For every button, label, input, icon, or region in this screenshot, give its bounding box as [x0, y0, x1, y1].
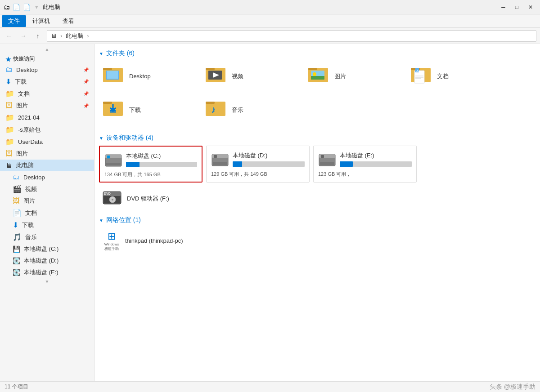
- svg-rect-38: [213, 162, 227, 165]
- sidebar-item-downloads-pc[interactable]: ⬇ 下载: [0, 219, 94, 231]
- sidebar-item-userdata[interactable]: 📁 UserData: [0, 136, 94, 148]
- svg-rect-22: [103, 102, 112, 104]
- folders-section-header[interactable]: ▼ 文件夹 (6): [99, 44, 536, 61]
- drive-e-info: 本地磁盘 (E:): [340, 151, 412, 167]
- drive-c-progress-fill: [126, 162, 140, 167]
- drive-d-size: 129 GB 可用，共 149 GB: [211, 171, 305, 178]
- sidebar-item-this-pc[interactable]: 🖥 此电脑: [0, 160, 94, 171]
- drive-d-disk-icon: [211, 150, 229, 168]
- folder-docs-icon: A: [411, 64, 432, 88]
- menu-item-computer[interactable]: 计算机: [26, 15, 56, 27]
- drive-item-d[interactable]: 本地磁盘 (D:) 129 GB 可用，共 149 GB: [206, 146, 310, 183]
- drive-e-name: 本地磁盘 (E:): [340, 151, 412, 160]
- folder-userdata-icon-sidebar: 📁: [5, 138, 14, 146]
- sidebar-item-label-desktop-pc: Desktop: [23, 174, 45, 181]
- svg-rect-43: [321, 155, 324, 158]
- pin-icon4: 📌: [83, 103, 89, 108]
- drive-item-e[interactable]: 本地磁盘 (E:) 123 GB 可用，: [313, 146, 417, 183]
- title-bar-icon2: 📄: [13, 4, 20, 11]
- svg-rect-35: [109, 157, 110, 159]
- folder-item-music[interactable]: ♪ 音乐: [202, 95, 301, 125]
- close-button[interactable]: ✕: [525, 3, 536, 11]
- sidebar-item-original[interactable]: 📁 -s原始包: [0, 124, 94, 136]
- sidebar-item-desktop-pc[interactable]: 🗂 Desktop: [0, 171, 94, 183]
- this-pc-icon-sidebar: 🖥: [5, 161, 13, 169]
- network-icon-wrapper: ⊞ Windows极速手助: [103, 231, 121, 251]
- folder-item-desktop[interactable]: Desktop: [99, 61, 198, 91]
- sidebar-item-docs-qa[interactable]: 📁 文档 📌: [0, 88, 94, 100]
- svg-rect-32: [107, 156, 108, 157]
- folder-music-icon: ♪: [206, 98, 227, 122]
- folder-downloads-icon: [103, 98, 125, 122]
- dvd-drive-icon: DVD: [103, 189, 122, 208]
- folder-item-pictures[interactable]: 图片: [304, 61, 403, 91]
- network-item-thinkpad[interactable]: ⊞ Windows极速手助 thinkpad (thinkpad-pc): [99, 228, 536, 254]
- sidebar-item-label-downloads-qa: 下载: [15, 78, 27, 86]
- folder-item-video[interactable]: 视频: [202, 61, 301, 91]
- sidebar-item-docs-pc[interactable]: 📄 文档: [0, 207, 94, 219]
- sidebar-item-drive-c[interactable]: 💾 本地磁盘 (C:): [0, 243, 94, 255]
- folder-grid: Desktop 视频: [99, 61, 536, 129]
- sidebar: ▲ ★ 快速访问 🗂 Desktop 📌 ⬇ 下载 📌 📁 文档 📌 🖼 图片 …: [0, 44, 94, 381]
- drive-d-name: 本地磁盘 (D:): [233, 151, 305, 160]
- folder-item-docs[interactable]: A 文档: [407, 61, 506, 91]
- svg-text:DVD: DVD: [104, 192, 111, 195]
- sidebar-item-music-pc[interactable]: 🎵 音乐: [0, 231, 94, 243]
- drive-item-c[interactable]: 本地磁盘 (C:) 134 GB 可用，共 165 GB: [99, 146, 202, 183]
- drive-grid: 本地磁盘 (C:) 134 GB 可用，共 165 GB: [99, 146, 536, 186]
- svg-text:A: A: [416, 69, 419, 73]
- back-button[interactable]: ←: [4, 31, 14, 41]
- content-area: ▼ 文件夹 (6) Desktop: [94, 44, 540, 381]
- title-bar: 🗂 📄 📄 ▾ 此电脑 ─ □ ✕: [0, 0, 540, 14]
- svg-rect-30: [106, 163, 121, 165]
- svg-rect-11: [311, 76, 324, 80]
- scroll-up-indicator: ▲: [0, 46, 94, 53]
- up-button[interactable]: ↑: [32, 31, 43, 41]
- forward-button[interactable]: →: [18, 31, 29, 41]
- quick-access-label: 快速访问: [13, 55, 35, 63]
- folder-original-icon-sidebar: 📁: [5, 125, 14, 134]
- svg-rect-3: [107, 71, 118, 79]
- sidebar-item-label-userdata: UserData: [18, 138, 43, 145]
- menu-item-view[interactable]: 查看: [56, 15, 81, 27]
- sidebar-item-video-pc[interactable]: 🎬 视频: [0, 183, 94, 195]
- drive-e-size: 123 GB 可用，: [318, 171, 412, 178]
- sidebar-item-2021[interactable]: 📁 2021-04: [0, 111, 94, 124]
- menu-bar: 文件 计算机 查看: [0, 14, 540, 28]
- sidebar-item-label-drive-e: 本地磁盘 (E:): [24, 268, 58, 276]
- svg-rect-39: [214, 155, 217, 158]
- minimize-button[interactable]: ─: [498, 3, 509, 11]
- sidebar-item-desktop-qa[interactable]: 🗂 Desktop 📌: [0, 64, 94, 76]
- svg-rect-42: [320, 162, 334, 165]
- drive-e-disk-icon: [318, 150, 336, 168]
- dvd-item[interactable]: DVD DVD 驱动器 (F:): [99, 186, 536, 211]
- folder-desktop-icon-sidebar: 🗂: [5, 66, 13, 74]
- folder-item-downloads[interactable]: 下载: [99, 95, 198, 125]
- sidebar-item-pics-qa[interactable]: 🖼 图片 📌: [0, 100, 94, 111]
- sidebar-item-downloads-qa[interactable]: ⬇ 下载 📌: [0, 76, 94, 88]
- sidebar-item-pics-pc[interactable]: 🖼 图片: [0, 195, 94, 207]
- sidebar-item-label-pics-qa: 图片: [16, 102, 28, 110]
- sidebar-item-drive-e[interactable]: 💽 本地磁盘 (E:): [0, 267, 94, 278]
- network-section-title: 网络位置 (1): [106, 216, 141, 224]
- drive-e-icon-sidebar: 💽: [13, 269, 20, 276]
- drives-section-header[interactable]: ▼ 设备和驱动器 (4): [99, 129, 536, 146]
- svg-text:♪: ♪: [211, 104, 216, 115]
- address-path[interactable]: 🖥 › 此电脑 ›: [47, 30, 536, 42]
- folder-video-pc-icon: 🎬: [13, 185, 22, 193]
- folder-downloads-icon-sidebar: ⬇: [5, 77, 11, 86]
- sidebar-item-drive-d[interactable]: 💽 本地磁盘 (D:): [0, 255, 94, 267]
- drive-d-top: 本地磁盘 (D:): [211, 150, 305, 168]
- menu-item-file[interactable]: 文件: [2, 15, 26, 27]
- sidebar-item-pics2-qa[interactable]: 🖼 图片: [0, 148, 94, 160]
- drive-c-name: 本地磁盘 (C:): [126, 152, 197, 160]
- svg-rect-34: [107, 157, 108, 159]
- folder-downloads-pc-icon: ⬇: [13, 221, 18, 229]
- drive-d-info: 本地磁盘 (D:): [233, 151, 305, 167]
- drive-c-size: 134 GB 可用，共 165 GB: [104, 171, 197, 178]
- drive-c-disk-icon: [104, 150, 122, 169]
- folder-pictures-icon: [308, 64, 330, 88]
- maximize-button[interactable]: □: [512, 3, 522, 11]
- folder-pics-icon-sidebar: 🖼: [5, 102, 13, 110]
- network-section-header[interactable]: ▼ 网络位置 (1): [99, 211, 536, 228]
